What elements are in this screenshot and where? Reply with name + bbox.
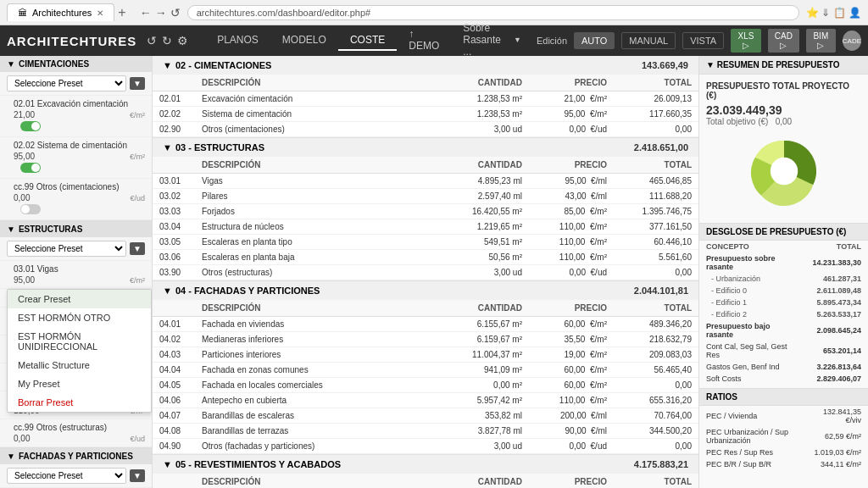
sidebar-item-otros-estructuras: cc.99 Otros (estructuras) 0,00 €/ud (0, 419, 152, 447)
item-label-otros-est: cc.99 Otros (estructuras) (14, 423, 145, 432)
sidebar-section-header-cimentaciones[interactable]: ▼ CIMENTACIONES (0, 56, 152, 72)
breakdown-label: - Edificio 1 (699, 297, 804, 308)
dropdown-item-hormon-otro[interactable]: EST HORMÓN OTRO (8, 308, 151, 327)
fachadas-preset-select[interactable]: Seleccione Preset (7, 468, 126, 484)
arrow-icon-03: ▼ (163, 142, 172, 152)
breakdown-row: Presupuesto sobre rasante 14.231.383,30 (699, 252, 868, 273)
table-03: DESCRIPCIÓN CANTIDAD PRECIO TOTAL 03.01 … (153, 157, 698, 280)
toggle-excavacion[interactable] (20, 121, 41, 131)
cell-ref: 03.03 (153, 204, 195, 219)
cell-qty: 1.219,65 m² (436, 219, 529, 235)
toolbar-right: Edición AUTO MANUAL VISTA XLS ▷ CAD ▷ BI… (537, 29, 861, 53)
refresh-button[interactable]: ↺ (170, 6, 181, 19)
cad-export-button[interactable]: CAD ▷ (768, 29, 799, 53)
right-panel-header[interactable]: ▼ RESUMEN DE PRESUPUESTO (699, 56, 868, 75)
cell-price: 35,50 €/m² (529, 332, 614, 347)
tab-planos[interactable]: PLANOS (205, 30, 270, 51)
undo-icon[interactable]: ↺ (147, 34, 157, 47)
xls-export-button[interactable]: XLS ▷ (731, 29, 761, 53)
cimentaciones-preset-btn[interactable]: ▼ (130, 77, 145, 90)
cell-desc: Particiones interiores (195, 347, 436, 363)
collapse-icon-fachadas: ▼ (7, 452, 15, 461)
cell-desc: Forjados (195, 204, 436, 219)
breakdown-value: 653.201,14 (804, 341, 868, 361)
tab-demo[interactable]: ↑ DEMO (397, 25, 451, 57)
section-header-02[interactable]: ▼ 02 - CIMENTACIONES 143.669,49 (153, 56, 698, 75)
dropdown-item-hormon-uni[interactable]: EST HORMÓN UNIDIRECCIONAL (8, 327, 151, 356)
cell-qty: 1.238,53 m² (436, 92, 529, 107)
user-avatar[interactable]: CADE (843, 30, 861, 51)
address-bar[interactable]: architechtures.com/dashboard/editor.php# (187, 5, 799, 20)
sidebar-section-fachadas: ▼ FACHADAS Y PARTICIONES Seleccione Pres… (0, 448, 152, 488)
breakdown-label: - Edificio 2 (699, 308, 804, 320)
cell-qty: 941,09 m² (436, 363, 529, 378)
section-header-04[interactable]: ▼ 04 - FACHADAS Y PARTICIONES 2.044.101,… (153, 281, 698, 300)
breakdown-row: Presupuesto bajo rasante 2.098.645,24 (699, 320, 868, 341)
section-title-03: ▼ 03 - ESTRUCTURAS (163, 142, 264, 152)
cimentaciones-preset-select[interactable]: Seleccione Preset (7, 75, 126, 92)
breakdown-label: Cont Cal, Seg Sal, Gest Res (699, 341, 804, 361)
forward-button[interactable]: → (155, 6, 167, 19)
toggle-sistema[interactable] (20, 163, 41, 173)
estructuras-preset-row: Seleccione Preset ▼ (0, 237, 152, 261)
estructuras-preset-btn[interactable]: ▼ (130, 242, 145, 255)
redo-icon[interactable]: ↻ (162, 34, 172, 47)
estructuras-preset-select[interactable]: Seleccione Preset (7, 241, 126, 257)
cell-qty: 1.238,53 m² (436, 107, 529, 122)
toggle-otros-cim[interactable] (20, 204, 41, 214)
mode-manual-button[interactable]: MANUAL (621, 32, 676, 49)
dropdown-item-crear[interactable]: Crear Preset (8, 290, 151, 308)
cell-price: 90,00 €/ml (529, 424, 614, 439)
cell-total: 117.660,35 (614, 107, 698, 122)
dropdown-item-borrar[interactable]: Borrar Preset (8, 393, 151, 412)
browser-navigation: ← → ↺ (140, 6, 181, 19)
item-toggle-excavacion (14, 119, 145, 133)
item-price-otros-est: 0,00 (14, 434, 30, 443)
back-button[interactable]: ← (140, 6, 152, 19)
item-unit-vigas: €/m² (130, 276, 145, 285)
fachadas-preset-btn[interactable]: ▼ (130, 469, 145, 482)
cell-total: 1.395.746,75 (614, 204, 698, 219)
cell-qty: 50,56 m² (436, 250, 529, 265)
sidebar-section-cimentaciones: ▼ CIMENTACIONES Seleccione Preset ▼ 02.0… (0, 56, 152, 221)
sidebar-section-header-fachadas[interactable]: ▼ FACHADAS Y PARTICIONES (0, 448, 152, 464)
section-header-05[interactable]: ▼ 05 - REVESTIMIENTOS Y ACABADOS 4.175.8… (153, 455, 698, 474)
col-price-03: PRECIO (529, 157, 614, 174)
section-total-02: 143.669,49 (642, 60, 688, 70)
cell-desc: Estructura de núcleos (195, 219, 436, 235)
col-ref-05 (153, 474, 195, 488)
cell-total: 0,00 (614, 122, 698, 137)
cell-ref: 03.90 (153, 265, 195, 280)
cell-ref: 02.90 (153, 122, 195, 137)
table-04: DESCRIPCIÓN CANTIDAD PRECIO TOTAL 04.01 … (153, 300, 698, 454)
cell-price: 60,00 €/m² (529, 317, 614, 332)
new-tab-button[interactable]: + (118, 5, 125, 20)
cell-ref: 04.08 (153, 424, 195, 439)
tab-modelo[interactable]: MODELO (270, 30, 338, 51)
tab-close-button[interactable]: ✕ (97, 8, 103, 18)
cell-ref: 04.03 (153, 347, 195, 363)
section-header-03[interactable]: ▼ 03 - ESTRUCTURAS 2.418.651,00 (153, 138, 698, 157)
cimentaciones-preset-row: Seleccione Preset ▼ (0, 72, 152, 96)
active-tab[interactable]: 🏛 Architechtures ✕ (7, 3, 114, 21)
mode-auto-button[interactable]: AUTO (574, 32, 615, 49)
table-row: 03.04 Estructura de núcleos 1.219,65 m² … (153, 219, 698, 235)
col-price-04: PRECIO (529, 300, 614, 317)
sidebar-item-vigas: 03.01 Vigas 95,00 €/m² (0, 261, 152, 289)
tab-coste[interactable]: COSTE (338, 30, 397, 51)
dropdown-item-metallic[interactable]: Metallic Structure (8, 356, 151, 374)
content-section-02: ▼ 02 - CIMENTACIONES 143.669,49 DESCRIPC… (153, 56, 698, 138)
title-text-04: 04 - FACHADAS Y PARTICIONES (175, 286, 320, 296)
cell-ref: 04.06 (153, 393, 195, 408)
bim-export-button[interactable]: BIM ▷ (806, 29, 836, 53)
cell-price: 19,00 €/m² (529, 347, 614, 363)
table-row: 04.03 Particiones interiores 11.004,37 m… (153, 347, 698, 363)
tab-icon: 🏛 (18, 8, 27, 18)
sidebar-section-header-estructuras[interactable]: ▼ ESTRUCTURAS (0, 221, 152, 237)
mode-vista-button[interactable]: VISTA (682, 32, 724, 49)
cell-price: 110,00 €/m² (529, 235, 614, 250)
breakdown-col-headers: CONCEPTO TOTAL (699, 241, 868, 252)
settings-icon[interactable]: ⚙ (177, 34, 188, 47)
dropdown-item-my-preset[interactable]: My Preset (8, 374, 151, 393)
table-row: 02.02 Sistema de cimentación 1.238,53 m²… (153, 107, 698, 122)
